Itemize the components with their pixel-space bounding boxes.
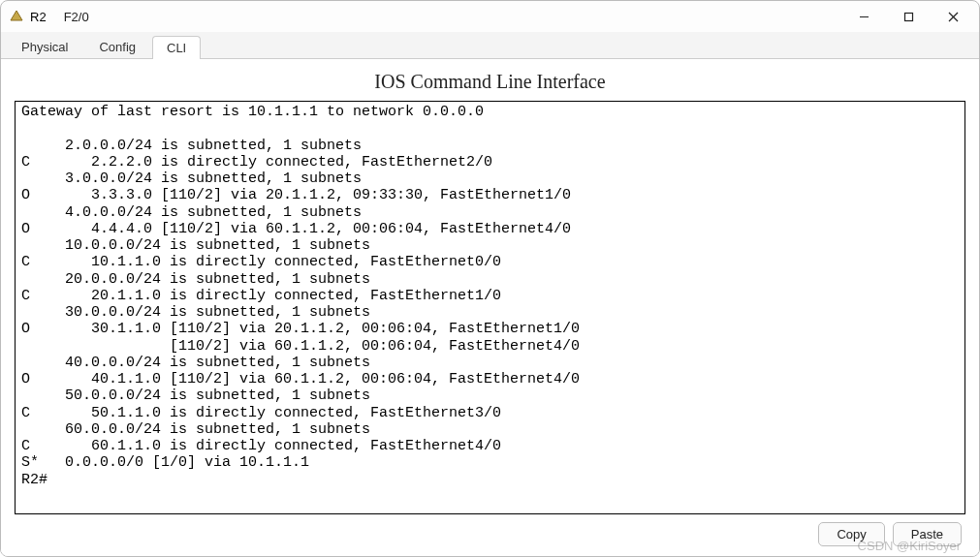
terminal-frame: Gateway of last resort is 10.1.1.1 to ne… xyxy=(15,101,965,514)
tab-cli[interactable]: CLI xyxy=(152,36,201,59)
tab-physical[interactable]: Physical xyxy=(7,35,82,58)
close-button[interactable] xyxy=(931,1,975,32)
paste-button[interactable]: Paste xyxy=(893,522,962,546)
tab-bar: Physical Config CLI xyxy=(1,32,979,59)
cli-header: IOS Command Line Interface xyxy=(15,71,965,93)
copy-button[interactable]: Copy xyxy=(818,522,884,546)
window-title: R2 xyxy=(30,10,47,24)
button-row: Copy Paste xyxy=(15,514,965,546)
maximize-button[interactable] xyxy=(886,1,931,32)
window-frame: R2 F2/0 Physical Config CLI IOS Command … xyxy=(0,0,980,557)
content-area: IOS Command Line Interface Gateway of la… xyxy=(1,59,979,556)
svg-rect-1 xyxy=(904,13,912,20)
cli-terminal[interactable]: Gateway of last resort is 10.1.1.1 to ne… xyxy=(16,102,964,513)
titlebar: R2 F2/0 xyxy=(1,1,979,32)
tab-config[interactable]: Config xyxy=(84,35,150,58)
window-subtitle: F2/0 xyxy=(64,10,89,24)
app-icon xyxy=(9,9,24,24)
minimize-button[interactable] xyxy=(841,1,886,32)
